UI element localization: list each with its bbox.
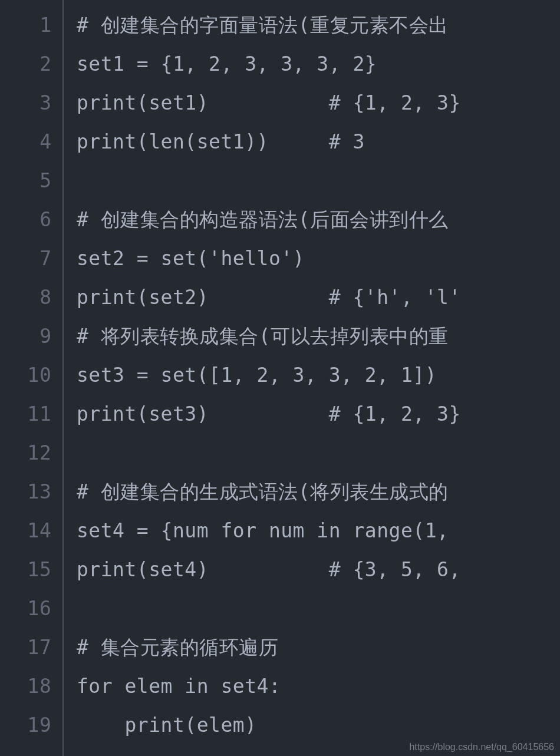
line-number: 1 (0, 6, 52, 45)
code-line (77, 161, 560, 200)
code-content[interactable]: # 创建集合的字面量语法(重复元素不会出 set1 = {1, 2, 3, 3,… (64, 0, 560, 756)
line-number: 4 (0, 123, 52, 161)
line-number: 13 (0, 473, 52, 511)
line-number: 18 (0, 667, 52, 706)
line-number: 10 (0, 356, 52, 395)
line-number: 7 (0, 239, 52, 278)
code-line (77, 589, 560, 628)
code-line: for elem in set4: (77, 667, 560, 706)
line-number: 5 (0, 161, 52, 200)
code-line: set1 = {1, 2, 3, 3, 3, 2} (77, 45, 560, 84)
code-line: set3 = set([1, 2, 3, 3, 2, 1]) (77, 356, 560, 395)
code-line: print(set1) # {1, 2, 3} (77, 84, 560, 123)
code-line: print(len(set1)) # 3 (77, 123, 560, 161)
code-line: print(set2) # {'h', 'l' (77, 278, 560, 317)
watermark-text: https://blog.csdn.net/qq_60415656 (409, 742, 554, 752)
line-number: 11 (0, 395, 52, 434)
code-line (77, 434, 560, 473)
line-number: 9 (0, 317, 52, 356)
line-number-gutter: 1 2 3 4 5 6 7 8 9 10 11 12 13 14 15 16 1… (0, 0, 64, 756)
code-line: # 将列表转换成集合(可以去掉列表中的重 (77, 317, 560, 356)
code-line: # 创建集合的构造器语法(后面会讲到什么 (77, 200, 560, 239)
line-number: 15 (0, 550, 52, 589)
code-line: print(set4) # {3, 5, 6, (77, 550, 560, 589)
code-line: # 集合元素的循环遍历 (77, 628, 560, 667)
line-number: 12 (0, 434, 52, 473)
code-line: # 创建集合的字面量语法(重复元素不会出 (77, 6, 560, 45)
line-number: 16 (0, 589, 52, 628)
line-number: 8 (0, 278, 52, 317)
code-editor: 1 2 3 4 5 6 7 8 9 10 11 12 13 14 15 16 1… (0, 0, 560, 756)
line-number: 14 (0, 511, 52, 550)
line-number: 17 (0, 628, 52, 667)
line-number: 3 (0, 84, 52, 123)
line-number: 19 (0, 706, 52, 745)
code-line: # 创建集合的生成式语法(将列表生成式的 (77, 473, 560, 511)
code-line: set4 = {num for num in range(1, (77, 511, 560, 550)
line-number: 2 (0, 45, 52, 84)
code-line: print(elem) (77, 706, 560, 745)
code-line: set2 = set('hello') (77, 239, 560, 278)
line-number: 6 (0, 200, 52, 239)
code-line: print(set3) # {1, 2, 3} (77, 395, 560, 434)
